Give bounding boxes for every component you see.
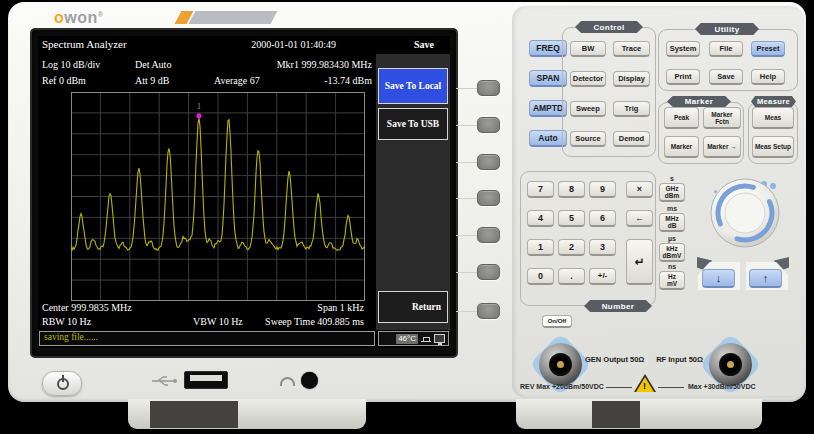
power-button[interactable] xyxy=(42,371,82,396)
bw-row: RBW 10 Hz VBW 10 Hz Sweep Time 409.885 m… xyxy=(38,316,376,329)
rev-max-label: REV Max +20dBm/50VDC xyxy=(520,383,604,390)
marker-button[interactable]: Marker xyxy=(664,136,699,158)
ghz-dbm-key-button[interactable]: GHzdBm xyxy=(659,183,685,202)
digit-5-button[interactable]: 5 xyxy=(558,210,585,227)
softkey-5[interactable] xyxy=(477,227,500,243)
enter-key-button[interactable]: ↵ xyxy=(626,239,653,285)
softkey-4[interactable] xyxy=(477,190,500,206)
unit-top: GHz xyxy=(666,185,679,192)
usb-status-icon xyxy=(421,335,431,342)
warning-exclamation: ! xyxy=(643,381,646,391)
digit-6-button[interactable]: 6 xyxy=(589,210,616,227)
marker-fctn-button[interactable]: Marker Fctn xyxy=(703,107,741,129)
plus-minus-key-button[interactable]: +/- xyxy=(589,268,616,285)
backspace-key-button[interactable]: ← xyxy=(626,210,653,227)
khz-dbmv-key-button[interactable]: kHzdBmV xyxy=(659,243,685,262)
unit-bottom: dBmV xyxy=(663,252,682,259)
divider xyxy=(658,387,684,388)
readout-marker-freq: Mkr1 999.983430 MHz xyxy=(277,59,372,70)
readout-sweep-time: Sweep Time 409.885 ms xyxy=(265,316,364,327)
unit-top: MHz xyxy=(665,215,678,222)
digit-7-button[interactable]: 7 xyxy=(527,181,554,198)
softkey-3[interactable] xyxy=(477,154,500,170)
menu-item-save-to-usb[interactable]: Save To USB xyxy=(378,108,448,140)
save-button[interactable]: Save xyxy=(709,69,743,85)
readout-row-2: Ref 0 dBm Att 9 dB Average 67 -13.74 dBm xyxy=(38,75,376,88)
softkey-line-6 xyxy=(456,272,477,273)
screen: Spectrum Analyzer 2000-01-01 01:40:49 Sa… xyxy=(38,36,450,348)
rotary-knob[interactable] xyxy=(709,177,781,249)
spectrum-plot: 1 xyxy=(71,92,365,301)
softkey-1[interactable] xyxy=(477,80,500,96)
mhz-db-key-button[interactable]: MHzdB xyxy=(659,213,685,232)
source-button[interactable]: Source xyxy=(570,131,606,147)
detector-button[interactable]: Detector xyxy=(570,71,606,87)
usb-port xyxy=(184,371,228,389)
readout-rbw: RBW 10 Hz xyxy=(42,316,91,327)
status-message: saving file...... xyxy=(44,332,98,342)
page-title: Spectrum Analyzer xyxy=(42,38,127,50)
menu-item-save-to-local[interactable]: Save To Local xyxy=(378,68,448,104)
trace-button[interactable]: Trace xyxy=(613,41,650,57)
marker-to-button[interactable]: Marker → xyxy=(703,136,741,158)
trig-button[interactable]: Trig xyxy=(613,101,650,117)
unit-prefix-s: s xyxy=(659,175,685,183)
stand-foot-left-pad xyxy=(150,401,238,428)
headphone-icon xyxy=(280,377,295,386)
up-arrow-button[interactable]: ↑ xyxy=(749,269,782,288)
help-button[interactable]: Help xyxy=(751,69,785,85)
up-arrow-icon: ↑ xyxy=(763,272,769,284)
usb-icon xyxy=(150,374,178,388)
cancel-key-button[interactable]: × xyxy=(626,181,653,198)
digit-3-button[interactable]: 3 xyxy=(589,239,616,256)
rf-input-label: RF Input 50Ω xyxy=(645,355,703,364)
svg-text:1: 1 xyxy=(197,102,201,111)
decimal-key-button[interactable]: . xyxy=(558,268,585,285)
meas-button[interactable]: Meas xyxy=(752,107,794,129)
softkey-2[interactable] xyxy=(477,117,500,133)
readout-average: Average 67 xyxy=(214,75,260,86)
demod-button[interactable]: Demod xyxy=(613,131,650,147)
softkey-line-5 xyxy=(456,235,477,236)
down-arrow-button[interactable]: ↓ xyxy=(702,269,735,288)
unit-bottom: dB xyxy=(668,222,677,229)
monitor-status-icon xyxy=(434,334,445,343)
onoff-button[interactable]: On/Off xyxy=(542,315,572,328)
digit-9-button[interactable]: 9 xyxy=(589,181,616,198)
unit-top: kHz xyxy=(666,245,678,252)
unit-prefix-us: µs xyxy=(659,235,685,243)
freq-row: Center 999.9835 MHz Span 1 kHz xyxy=(38,302,376,315)
menu-item-return[interactable]: Return xyxy=(378,291,448,323)
softkey-line-1 xyxy=(456,88,477,89)
digit-1-button[interactable]: 1 xyxy=(527,239,554,256)
digit-0-button[interactable]: 0 xyxy=(527,268,554,285)
digit-8-button[interactable]: 8 xyxy=(558,181,585,198)
softkey-line-3 xyxy=(456,162,477,163)
sweep-button[interactable]: Sweep xyxy=(570,101,606,117)
brand-logo: owon® xyxy=(54,9,103,27)
headphone-jack xyxy=(301,372,318,389)
bw-button[interactable]: BW xyxy=(570,41,606,57)
meas-setup-button[interactable]: Meas Setup xyxy=(752,136,794,158)
datetime: 2000-01-01 01:40:49 xyxy=(251,39,336,50)
readout-detector: Det Auto xyxy=(135,59,171,70)
spectrum-plot-svg: 1 xyxy=(71,92,365,301)
peak-button[interactable]: Peak xyxy=(664,107,699,129)
softkey-7[interactable] xyxy=(477,303,500,319)
display-button[interactable]: Display xyxy=(613,71,650,87)
print-button[interactable]: Print xyxy=(666,69,700,85)
status-right: 46°C xyxy=(378,331,449,346)
status-bar: saving file...... xyxy=(39,331,375,346)
system-button[interactable]: System xyxy=(666,41,700,57)
usb-port-tongue xyxy=(190,375,222,381)
preset-button[interactable]: Preset xyxy=(751,41,785,57)
digit-4-button[interactable]: 4 xyxy=(527,210,554,227)
hz-mv-key-button[interactable]: HzmV xyxy=(659,271,685,290)
readout-marker-ampl: -13.74 dBm xyxy=(324,75,372,86)
readout-vbw: VBW 10 Hz xyxy=(193,316,243,327)
screen-titlebar: Spectrum Analyzer 2000-01-01 01:40:49 Sa… xyxy=(38,36,450,54)
digit-2-button[interactable]: 2 xyxy=(558,239,585,256)
file-button[interactable]: File xyxy=(709,41,743,57)
softkey-6[interactable] xyxy=(477,264,500,280)
utility-group-label: Utility xyxy=(695,23,759,35)
